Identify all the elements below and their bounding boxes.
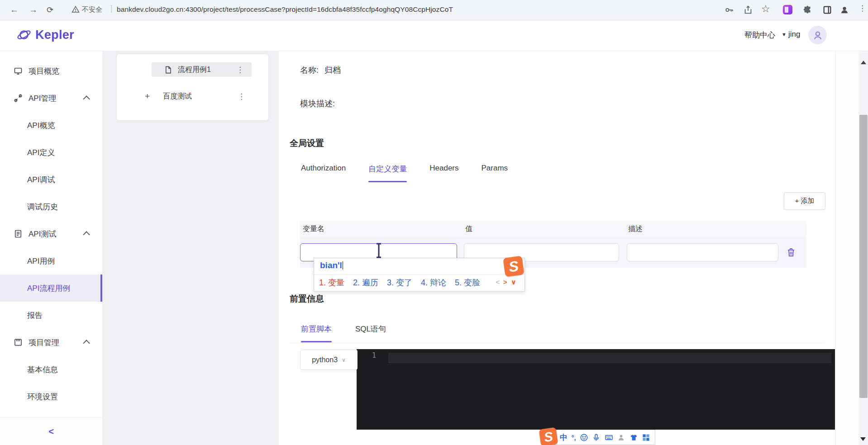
sidebar-item-api-process-case[interactable]: API流程用例: [0, 275, 102, 302]
url-text[interactable]: bankdev.cloud2go.cn:4300/project/test/pr…: [117, 5, 453, 14]
sidebar-item-label: 调试历史: [27, 202, 58, 212]
skin-icon[interactable]: [630, 433, 638, 442]
keyboard-icon[interactable]: [605, 433, 613, 442]
tab-sql[interactable]: SQL语句: [355, 324, 386, 342]
tab-pre-script[interactable]: 前置脚本: [301, 324, 332, 342]
ime-candidate-4[interactable]: 4. 辩论: [421, 277, 446, 288]
code-editor[interactable]: 1: [357, 349, 835, 430]
case-tree-panel: 流程用例1 ⋮ + 百度测试 ⋮: [117, 54, 268, 120]
col-value: 值: [465, 224, 472, 234]
caret-down-icon: ▼: [782, 32, 787, 37]
account-icon[interactable]: [617, 433, 625, 442]
language-select[interactable]: python3 ∨: [300, 350, 358, 370]
sidebar-collapse-button[interactable]: <: [48, 426, 54, 437]
ime-candidate-1[interactable]: 1. 变量: [319, 277, 344, 288]
chevron-down-icon: ∨: [342, 357, 346, 363]
item-menu-icon[interactable]: ⋮: [236, 65, 244, 75]
ime-punctuation-icon[interactable]: °,: [571, 434, 576, 441]
browser-reload-icon[interactable]: ⟳: [47, 4, 53, 16]
ime-candidate-5[interactable]: 5. 变脸: [455, 277, 480, 288]
tree-item-process-case[interactable]: 流程用例1 ⋮: [117, 63, 268, 76]
scrollbar-down-arrow[interactable]: [860, 437, 866, 441]
col-variable-name: 变量名: [303, 224, 324, 234]
language-value: python3: [312, 356, 338, 364]
sidebar-item-api-definition[interactable]: API定义: [0, 139, 102, 166]
ime-prev-page-icon[interactable]: <: [496, 278, 500, 286]
sidebar-item-api-case[interactable]: API用例: [0, 247, 102, 275]
sidebar-item-label: 项目概览: [29, 66, 59, 76]
add-variable-button[interactable]: + 添加: [784, 192, 825, 210]
sidebar: 项目概览 API管理 API概览 API定义 API调试 调试历史 API测试 …: [0, 51, 102, 445]
sidebar-item-api-overview[interactable]: API概览: [0, 112, 102, 139]
password-key-icon[interactable]: [724, 5, 734, 15]
browser-back-icon[interactable]: ←: [10, 4, 19, 16]
name-value: 归档: [324, 66, 341, 75]
side-panel-icon[interactable]: [822, 5, 832, 15]
variable-desc-input[interactable]: [627, 243, 778, 261]
sidebar-item-project-overview[interactable]: 项目概览: [0, 57, 102, 85]
tree-item-baidu-test[interactable]: + 百度测试 ⋮: [117, 90, 268, 103]
scrollbar-thumb[interactable]: [859, 115, 868, 398]
name-row: 名称: 归档: [300, 65, 341, 76]
editor-current-line: [388, 353, 831, 363]
content-right-gutter: [835, 51, 859, 445]
ime-candidates: 1. 变量 2. 遍历 3. 变了 4. 辩论 5. 变脸: [319, 277, 480, 288]
tab-custom-variables[interactable]: 自定义变量: [368, 164, 407, 182]
tree-item-label: 百度测试: [163, 92, 192, 101]
ime-expand-icon[interactable]: ∨: [511, 278, 516, 286]
col-description: 描述: [628, 224, 643, 234]
emoji-icon[interactable]: [580, 433, 588, 442]
ime-candidate-2[interactable]: 2. 遍历: [353, 277, 378, 288]
sidebar-item-basic-info[interactable]: 基本信息: [0, 356, 102, 383]
security-warning-label[interactable]: 不安全: [82, 5, 102, 14]
divider: [314, 275, 525, 275]
sidebar-item-api-management[interactable]: API管理: [0, 85, 102, 112]
editor-line-number: 1: [372, 351, 376, 360]
sidebar-item-report[interactable]: 报告: [0, 302, 102, 329]
sogou-logo[interactable]: S: [539, 427, 558, 445]
monitor-icon: [14, 66, 23, 76]
sidebar-item-label: 报告: [27, 310, 43, 321]
variables-table-header: 变量名 值 描述: [300, 221, 806, 237]
global-settings-tabs: Authorization 自定义变量 Headers Params: [301, 164, 508, 182]
sidebar-item-project-management[interactable]: 项目管理: [0, 329, 102, 356]
project-icon: [14, 338, 23, 347]
sidebar-item-label: 环境设置: [27, 392, 58, 402]
share-icon[interactable]: [743, 5, 753, 15]
browser-toolbar: ← → ⟳ 不安全 | bankdev.cloud2go.cn:4300/pro…: [0, 0, 868, 20]
help-center-link[interactable]: 帮助中心: [744, 30, 775, 40]
expand-plus-icon[interactable]: +: [145, 91, 150, 101]
pre-info-tabs-row: 前置脚本 SQL语句: [290, 321, 824, 343]
bookmark-star-icon[interactable]: ☆: [761, 3, 770, 15]
tab-authorization[interactable]: Authorization: [301, 164, 346, 182]
kepler-logo[interactable]: Kepler: [16, 27, 74, 43]
sidebar-item-debug-history[interactable]: 调试历史: [0, 193, 102, 220]
microphone-icon[interactable]: [592, 433, 601, 442]
ime-next-page-icon[interactable]: >: [503, 278, 507, 286]
tab-params[interactable]: Params: [482, 164, 508, 182]
avatar[interactable]: [808, 26, 827, 44]
tab-headers[interactable]: Headers: [429, 164, 458, 182]
ime-candidate-popup: bian'l 1. 变量 2. 遍历 3. 变了 4. 辩论 5. 变脸 < >…: [314, 258, 525, 292]
browser-profile-icon[interactable]: [839, 5, 849, 15]
browser-menu-icon[interactable]: ⋮: [858, 4, 866, 13]
delete-row-icon[interactable]: [786, 246, 796, 258]
chevron-up-icon: [83, 95, 90, 103]
username: jing: [788, 30, 800, 39]
app-header: Kepler 帮助中心 ▼ jing: [0, 20, 868, 51]
security-warning-icon[interactable]: [71, 5, 80, 14]
sidebar-item-api-test[interactable]: API测试: [0, 220, 102, 247]
ime-mode-icon[interactable]: 中: [560, 432, 568, 443]
sidebar-item-api-debug[interactable]: API调试: [0, 166, 102, 193]
scrollbar-up-arrow[interactable]: [861, 61, 866, 64]
module-desc-label: 模块描述:: [300, 98, 335, 109]
user-menu[interactable]: ▼ jing: [782, 30, 800, 39]
extension-badge-icon[interactable]: [783, 5, 792, 14]
sidebar-item-env-settings[interactable]: 环境设置: [0, 383, 102, 410]
ime-candidate-3[interactable]: 3. 变了: [387, 277, 412, 288]
browser-forward-icon[interactable]: →: [29, 4, 38, 16]
extensions-puzzle-icon[interactable]: [803, 5, 813, 15]
toolbox-grid-icon[interactable]: [642, 433, 650, 442]
item-menu-icon[interactable]: ⋮: [238, 92, 245, 101]
name-label: 名称:: [300, 66, 319, 75]
